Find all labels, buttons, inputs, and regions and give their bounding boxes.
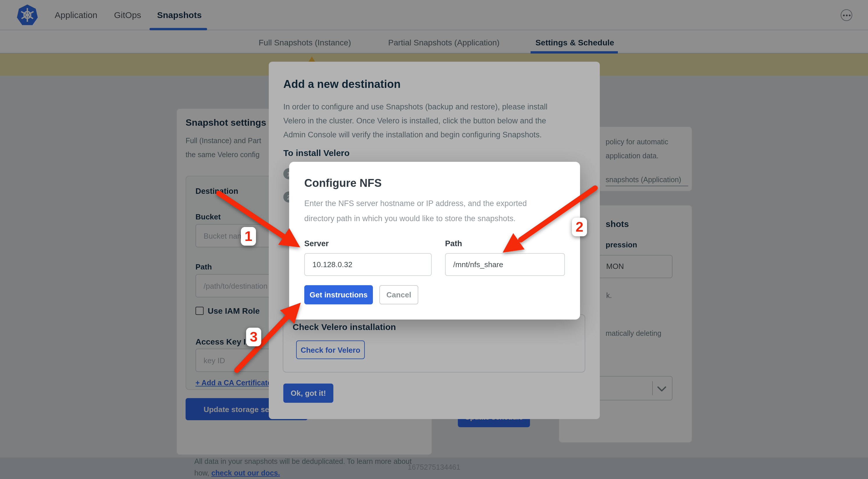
annotation-badge-3: 3 — [246, 328, 261, 346]
server-label: Server — [304, 239, 329, 248]
annotation-badge-1: 1 — [241, 227, 256, 246]
nfs-path-label: Path — [445, 239, 462, 248]
nfs-path-input[interactable] — [445, 253, 565, 276]
screen: Application GitOps Snapshots Full Snapsh… — [0, 0, 868, 479]
cancel-button[interactable]: Cancel — [379, 285, 418, 304]
nfs-modal-title: Configure NFS — [304, 177, 382, 190]
configure-nfs-modal: Configure NFS Enter the NFS server hostn… — [289, 162, 580, 320]
nfs-server-input[interactable] — [304, 253, 432, 276]
annotation-badge-2: 2 — [572, 218, 587, 236]
get-instructions-button[interactable]: Get instructions — [304, 285, 373, 304]
nfs-desc-line1: Enter the NFS server hostname or IP addr… — [304, 199, 527, 208]
nfs-desc-line2: directory path in which you would like t… — [304, 214, 516, 223]
